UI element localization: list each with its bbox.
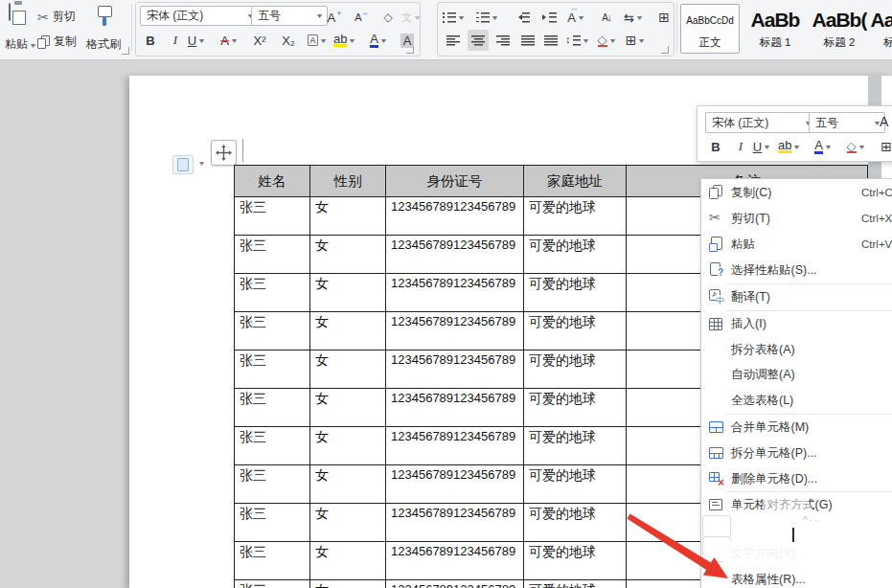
style-item-4[interactable]: AaB标 xyxy=(870,4,892,54)
table-cell[interactable]: 可爱的地球 xyxy=(524,197,627,236)
bold-button[interactable] xyxy=(140,30,161,51)
subscript-button[interactable] xyxy=(278,30,299,51)
table-cell[interactable]: 可爱的地球 xyxy=(524,312,627,351)
menu-item-paste[interactable]: 粘贴Ctrl+V xyxy=(701,232,892,257)
font-color-button[interactable]: ▼ xyxy=(812,136,834,157)
paste-icon[interactable] xyxy=(9,4,11,21)
strikethrough-button[interactable]: ▼ xyxy=(218,30,240,51)
table-cell[interactable]: 可爱的地球 xyxy=(524,274,627,312)
justify-button[interactable] xyxy=(517,30,538,51)
table-cell[interactable]: 123456789123456789 xyxy=(386,274,524,312)
chevron-down-icon[interactable]: ▼ xyxy=(582,37,590,44)
menu-item-copy[interactable]: 复制(C)Ctrl+C xyxy=(701,180,892,205)
chevron-down-icon[interactable]: ▼ xyxy=(792,144,801,150)
copy-button[interactable]: 复制 xyxy=(37,34,77,50)
table-cell[interactable]: 女 xyxy=(310,274,386,312)
table-cell[interactable]: 可爱的地球 xyxy=(524,236,627,274)
table-cell[interactable]: 女 xyxy=(310,351,386,389)
chevron-down-icon[interactable]: ▼ xyxy=(413,14,422,21)
menu-item-translate[interactable]: 翻译(T) xyxy=(701,284,892,309)
underline-button[interactable]: ▼ xyxy=(186,30,207,51)
font-size-combo[interactable]: 五号▼ xyxy=(251,6,328,26)
grow-font-button[interactable] xyxy=(324,7,345,28)
chevron-down-icon[interactable]: ▼ xyxy=(457,14,466,21)
table-cell[interactable]: 可爱的地球 xyxy=(524,580,627,588)
table-cell[interactable]: 123456789123456789 xyxy=(386,312,524,351)
table-cell[interactable]: 可爱的地球 xyxy=(524,427,627,465)
paste-options-icon[interactable] xyxy=(172,155,194,174)
tab-stops-button[interactable] xyxy=(653,7,675,28)
table-cell[interactable]: 女 xyxy=(310,389,386,427)
style-item-3[interactable]: AaBb(标题 2 xyxy=(811,4,868,54)
chevron-down-icon[interactable]: ▼ xyxy=(763,144,771,150)
table-cell[interactable]: 张三 xyxy=(235,504,310,542)
grow-font-button-partial[interactable]: A xyxy=(880,114,888,129)
distribute-button[interactable] xyxy=(540,30,561,51)
align-right-button[interactable] xyxy=(492,30,514,51)
font-group-launcher[interactable] xyxy=(406,46,414,54)
mini-font-size-combo[interactable]: 五号▼ xyxy=(809,112,885,133)
chevron-down-icon[interactable]: ▼ xyxy=(379,37,388,44)
table-header-cell[interactable]: 姓名 xyxy=(235,166,310,197)
table-cell[interactable]: 123456789123456789 xyxy=(386,197,524,236)
table-cell[interactable]: 张三 xyxy=(235,580,310,588)
align-center-button[interactable] xyxy=(468,30,489,51)
table-cell[interactable]: 女 xyxy=(310,580,386,588)
table-cell[interactable]: 123456789123456789 xyxy=(386,580,524,588)
format-painter-button[interactable]: 格式刷 xyxy=(86,36,121,53)
shading-button[interactable]: ▼ xyxy=(596,30,617,51)
table-cell[interactable]: 可爱的地球 xyxy=(524,504,627,542)
borders-button[interactable]: ▼ xyxy=(625,30,646,51)
menu-item-split-cells[interactable]: 拆分单元格(P)... xyxy=(701,441,892,465)
style-item-2[interactable]: AaBb标题 1 xyxy=(743,4,808,54)
text-tool-button[interactable]: ▼ xyxy=(565,7,586,28)
menu-item-paste-special[interactable]: 选择性粘贴(S)... xyxy=(701,258,892,283)
shading-button[interactable]: ▼ xyxy=(845,136,866,157)
borders-button[interactable] xyxy=(876,136,892,157)
table-cell[interactable]: 张三 xyxy=(235,465,310,504)
character-border-button[interactable]: ▼ xyxy=(307,30,328,51)
menu-item-item-7[interactable]: 拆分表格(A) xyxy=(701,337,892,362)
clipboard-group-launcher[interactable] xyxy=(122,47,129,55)
menu-item-insert-table[interactable]: 插入(I) xyxy=(701,311,892,336)
table-cell[interactable]: 可爱的地球 xyxy=(524,542,627,580)
menu-item-item-15[interactable]: 表格属性(R)... xyxy=(701,567,892,588)
table-cell[interactable]: 女 xyxy=(310,236,386,274)
chevron-down-icon[interactable]: ▼ xyxy=(319,37,328,44)
shrink-font-button[interactable] xyxy=(351,7,372,28)
menu-item-item-8[interactable]: 自动调整(A) xyxy=(701,362,892,387)
table-header-cell[interactable]: 家庭地址 xyxy=(524,166,627,197)
table-cell[interactable]: 女 xyxy=(310,542,386,580)
bold-button[interactable] xyxy=(705,136,726,157)
chevron-down-icon[interactable]: ▼ xyxy=(824,144,833,150)
chevron-down-icon[interactable]: ▼ xyxy=(197,37,206,44)
table-cell[interactable]: 张三 xyxy=(235,542,310,580)
paragraph-group-launcher[interactable] xyxy=(661,46,669,54)
table-cell[interactable]: 张三 xyxy=(235,427,310,465)
italic-button[interactable] xyxy=(730,136,751,157)
format-painter-icon[interactable] xyxy=(95,5,114,32)
line-spacing-button[interactable]: ▼ xyxy=(565,30,589,51)
menu-item-delete-cells[interactable]: 删除单元格(D)... xyxy=(701,466,892,491)
cut-button[interactable]: ✂剪切 xyxy=(37,9,76,25)
table-cell[interactable]: 123456789123456789 xyxy=(386,427,524,465)
chevron-down-icon[interactable]: ▼ xyxy=(577,14,585,21)
table-cell[interactable]: 张三 xyxy=(235,197,310,236)
table-cell[interactable]: 张三 xyxy=(235,274,310,312)
chevron-down-icon[interactable]: ▼ xyxy=(348,37,356,44)
table-cell[interactable]: 女 xyxy=(310,312,386,351)
chevron-down-icon[interactable]: ▼ xyxy=(491,14,499,21)
chevron-down-icon[interactable]: ▼ xyxy=(857,144,865,150)
table-cell[interactable]: 女 xyxy=(310,465,386,504)
paste-button[interactable]: 粘贴▼ xyxy=(5,36,36,53)
table-cell[interactable]: 张三 xyxy=(235,389,310,427)
table-cell[interactable]: 可爱的地球 xyxy=(524,465,627,504)
bullets-button[interactable]: ▼ xyxy=(443,7,465,28)
align-left-button[interactable] xyxy=(443,30,464,51)
font-family-combo[interactable]: 宋体 (正文)▼ xyxy=(140,6,259,26)
menu-item-cut[interactable]: 剪切(T)Ctrl+X xyxy=(701,206,892,231)
table-cell[interactable]: 张三 xyxy=(235,351,310,389)
chevron-down-icon[interactable]: ▼ xyxy=(197,160,206,167)
table-cell[interactable]: 123456789123456789 xyxy=(386,236,524,274)
table-cell[interactable]: 可爱的地球 xyxy=(524,351,627,389)
